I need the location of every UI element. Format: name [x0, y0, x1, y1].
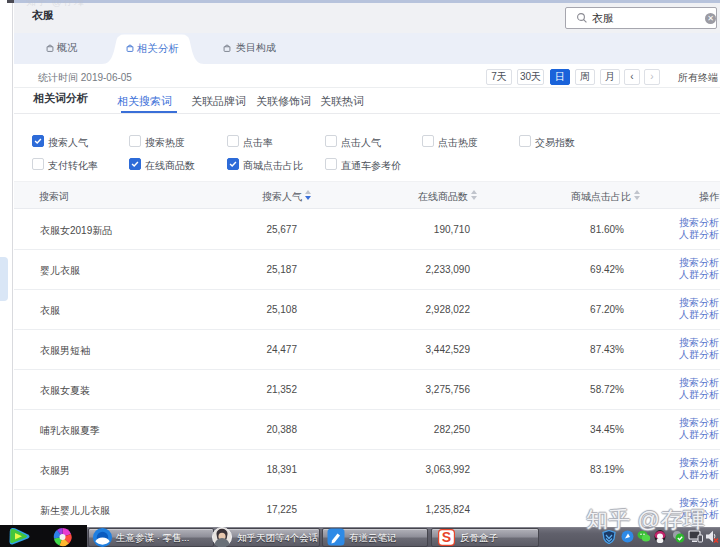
svg-text:S: S: [442, 529, 451, 545]
